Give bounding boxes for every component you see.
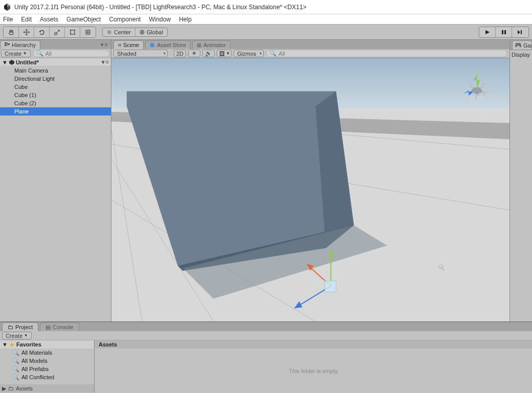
scene-icon: ⌗ bbox=[118, 42, 121, 49]
assets-folder-label: Assets bbox=[16, 385, 33, 391]
menu-file[interactable]: File bbox=[3, 16, 13, 23]
svg-marker-13 bbox=[485, 30, 490, 34]
favorites-header[interactable]: ▼ ★ Favorites bbox=[0, 340, 94, 349]
hierarchy-tab-row: Hierarchy ▾≡ bbox=[0, 40, 111, 49]
hierarchy-search-placeholder: All bbox=[45, 51, 52, 57]
tab-console[interactable]: ▤Console bbox=[40, 322, 79, 331]
favorites-label: Favorites bbox=[16, 341, 41, 348]
step-button[interactable] bbox=[512, 27, 528, 37]
svg-rect-4 bbox=[71, 30, 75, 34]
menu-assets[interactable]: Assets bbox=[40, 16, 58, 23]
svg-marker-16 bbox=[518, 30, 520, 34]
favorite-item[interactable]: 🔍All Prefabs bbox=[0, 365, 94, 373]
assets-folder[interactable]: ▶🗀Assets bbox=[0, 384, 94, 392]
hierarchy-item[interactable]: Cube (1) bbox=[0, 91, 111, 99]
project-area: 🗀Project ▤Console Create ▼ ▼ ★ Favorites… bbox=[0, 321, 532, 393]
menubar: File Edit Assets GameObject Component Wi… bbox=[0, 14, 532, 25]
menu-edit[interactable]: Edit bbox=[21, 16, 32, 23]
scene-viewport[interactable]: y Persp ↖ bbox=[111, 58, 510, 321]
hand-tool-button[interactable] bbox=[4, 27, 19, 37]
favorite-item[interactable]: 🔍All Conflicted bbox=[0, 373, 94, 381]
shading-label: Shaded bbox=[117, 51, 136, 57]
hierarchy-item-label: Cube (2) bbox=[14, 100, 36, 106]
dropdown-icon: ▾ bbox=[101, 41, 104, 48]
rotate-tool-button[interactable] bbox=[34, 27, 50, 37]
svg-marker-41 bbox=[474, 74, 480, 89]
transform-tool-button[interactable] bbox=[80, 27, 96, 37]
unity-logo-icon bbox=[3, 3, 11, 11]
sun-icon: ☀ bbox=[192, 50, 197, 57]
hierarchy-item[interactable]: Cube bbox=[0, 83, 111, 91]
hierarchy-item-label: Cube bbox=[14, 84, 28, 90]
tab-project[interactable]: 🗀Project bbox=[2, 322, 38, 331]
gizmos-dropdown[interactable]: Gizmos bbox=[234, 50, 264, 57]
project-tab-row: 🗀Project ▤Console bbox=[0, 322, 532, 331]
2d-label: 2D bbox=[176, 51, 183, 57]
hierarchy-tab-label: Hierarchy bbox=[12, 42, 36, 48]
menu-window[interactable]: Window bbox=[149, 16, 171, 23]
shading-mode-dropdown[interactable]: Shaded bbox=[113, 50, 168, 57]
hierarchy-scene-root[interactable]: ▼ Untitled* ▾≡ bbox=[0, 58, 111, 66]
scene-orientation-gizmo[interactable]: y bbox=[456, 66, 497, 112]
hierarchy-item[interactable]: Plane bbox=[0, 107, 111, 115]
hierarchy-item[interactable]: Directional Light bbox=[0, 75, 111, 83]
project-icon: 🗀 bbox=[8, 324, 13, 330]
svg-rect-17 bbox=[521, 30, 522, 34]
menu-help[interactable]: Help bbox=[179, 16, 192, 23]
hierarchy-context-menu-button[interactable]: ▾≡ bbox=[98, 40, 111, 49]
pivot-handle-group: Center Global bbox=[102, 28, 168, 37]
rect-tool-button[interactable] bbox=[65, 27, 80, 37]
hierarchy-item[interactable]: Cube (2) bbox=[0, 99, 111, 107]
2d-toggle-button[interactable]: 2D bbox=[174, 50, 186, 57]
hierarchy-list: Main Camera Directional Light Cube Cube … bbox=[0, 66, 111, 321]
svg-rect-18 bbox=[5, 42, 7, 44]
scale-tool-button[interactable] bbox=[50, 27, 65, 37]
project-breadcrumb[interactable]: Assets bbox=[95, 340, 532, 349]
hierarchy-item-label: Plane bbox=[14, 108, 29, 114]
hierarchy-item[interactable]: Main Camera bbox=[0, 66, 111, 75]
display-dropdown[interactable]: Display bbox=[512, 52, 530, 58]
pause-button[interactable] bbox=[496, 27, 512, 37]
pivot-global-label: Global bbox=[147, 29, 163, 35]
favorite-item[interactable]: 🔍All Models bbox=[0, 357, 94, 365]
favorite-item[interactable]: 🔍All Materials bbox=[0, 349, 94, 357]
scene-toolbar: Shaded 2D ☀ 🔊 🖼▼ Gizmos 🔍 All bbox=[111, 49, 510, 58]
scene-search-placeholder: All bbox=[279, 51, 285, 57]
scene-context-button[interactable]: ▾≡ bbox=[102, 59, 109, 65]
tab-scene[interactable]: ⌗Scene bbox=[113, 40, 144, 49]
tab-game[interactable]: 🎮Gam bbox=[512, 40, 532, 50]
scene-name-label: Untitled* bbox=[16, 59, 39, 65]
move-tool-button[interactable] bbox=[19, 27, 34, 37]
menu-gameobject[interactable]: GameObject bbox=[66, 16, 101, 23]
tab-label: Animator bbox=[203, 42, 226, 48]
foldout-icon: ▶ bbox=[2, 385, 6, 392]
scene-search-input[interactable]: 🔍 All bbox=[266, 50, 507, 57]
svg-rect-15 bbox=[504, 30, 506, 34]
main-area: Hierarchy ▾≡ Create ▼ 🔍 All ▼ Untitled* … bbox=[0, 40, 532, 321]
asset-store-icon: ⬢ bbox=[150, 42, 155, 49]
project-create-button[interactable]: Create ▼ bbox=[2, 332, 32, 339]
pivot-global-button[interactable]: Global bbox=[135, 28, 167, 36]
star-icon: ★ bbox=[10, 342, 14, 348]
hierarchy-search-input[interactable]: 🔍 All bbox=[33, 50, 110, 57]
breadcrumb-label: Assets bbox=[99, 341, 117, 348]
tab-asset-store[interactable]: ⬢Asset Store bbox=[145, 40, 191, 49]
search-filter-icon: 🔍 bbox=[12, 374, 19, 381]
svg-rect-14 bbox=[502, 30, 503, 34]
create-label: Create bbox=[6, 333, 22, 339]
projection-label[interactable]: Persp bbox=[456, 95, 497, 101]
menu-component[interactable]: Component bbox=[109, 16, 141, 23]
pivot-center-button[interactable]: Center bbox=[103, 28, 135, 36]
play-button[interactable] bbox=[479, 27, 496, 37]
tab-animator[interactable]: ⊞Animator bbox=[192, 40, 230, 49]
globe-icon bbox=[140, 30, 145, 35]
hierarchy-tab[interactable]: Hierarchy bbox=[0, 40, 40, 49]
lighting-toggle-button[interactable]: ☀ bbox=[188, 50, 200, 57]
audio-toggle-button[interactable]: 🔊 bbox=[202, 50, 215, 57]
window-title: Unity 2017.2.1f1 Personal (64bit) - Unti… bbox=[14, 4, 307, 11]
unity-scene-icon bbox=[9, 59, 15, 65]
tab-label: Asset Store bbox=[157, 42, 186, 48]
hierarchy-create-button[interactable]: Create ▼ bbox=[1, 50, 31, 57]
game-icon: 🎮 bbox=[515, 42, 522, 49]
effects-dropdown-button[interactable]: 🖼▼ bbox=[217, 50, 232, 57]
